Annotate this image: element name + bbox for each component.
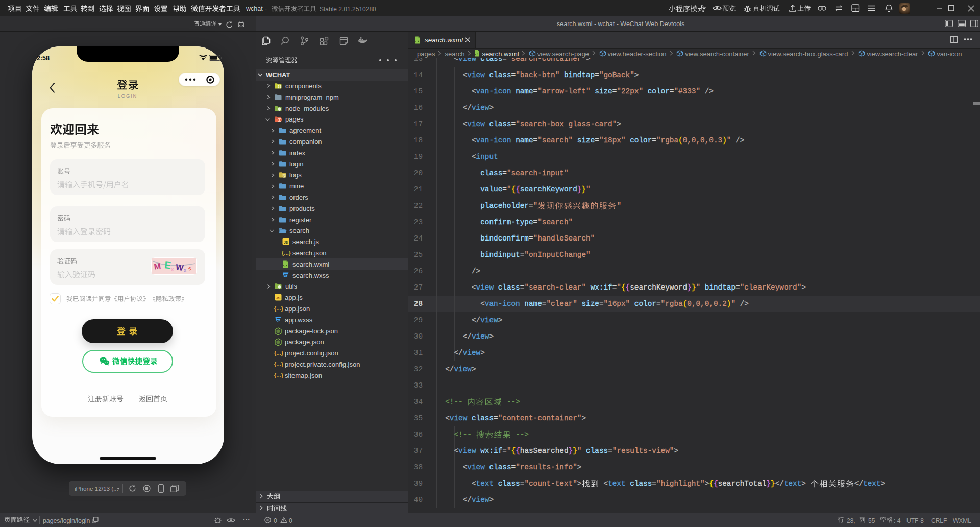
svg-text:{…}: {…} bbox=[274, 362, 283, 367]
svg-text:M: M bbox=[154, 261, 162, 271]
svg-text:E: E bbox=[164, 259, 172, 271]
svg-text:x: x bbox=[184, 268, 186, 273]
svg-text:s: s bbox=[188, 265, 191, 272]
svg-text:JS: JS bbox=[284, 241, 288, 244]
svg-text:{…}: {…} bbox=[274, 373, 283, 378]
svg-text:JS: JS bbox=[276, 296, 281, 300]
svg-text:{…}: {…} bbox=[274, 350, 283, 356]
svg-text:x: x bbox=[171, 267, 174, 272]
svg-text:{…}: {…} bbox=[274, 306, 283, 312]
svg-text:{…}: {…} bbox=[282, 250, 291, 256]
